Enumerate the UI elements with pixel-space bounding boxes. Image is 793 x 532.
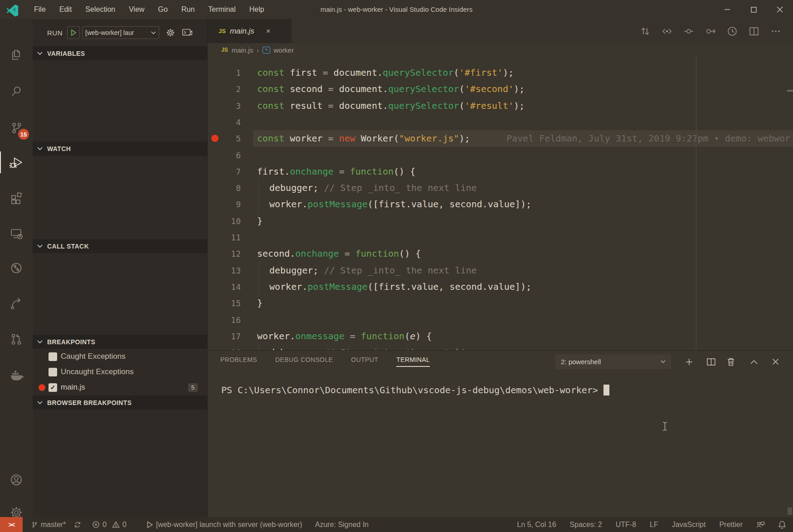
section-variables[interactable]: VARIABLES xyxy=(33,46,208,60)
open-changes-icon[interactable] xyxy=(656,25,678,37)
maximize-panel-icon[interactable] xyxy=(746,354,762,369)
breadcrumb[interactable]: JS main.js › ✎ worker xyxy=(208,43,793,57)
azure-status[interactable]: Azure: Signed In xyxy=(315,521,369,529)
breakpoint-caught-exceptions[interactable]: Caught Exceptions xyxy=(33,349,208,364)
indentation-status[interactable]: Spaces: 2 xyxy=(570,521,602,529)
close-window-button[interactable] xyxy=(767,0,793,19)
menu-go[interactable]: Go xyxy=(151,0,175,19)
extensions-icon[interactable] xyxy=(0,183,33,212)
line-number[interactable]: 17 xyxy=(208,328,241,345)
checkbox-unchecked[interactable] xyxy=(49,368,57,376)
menu-file[interactable]: File xyxy=(27,0,53,19)
panel-tab-problems[interactable]: PROBLEMS xyxy=(220,351,257,368)
live-share-icon[interactable] xyxy=(0,289,33,318)
menu-terminal[interactable]: Terminal xyxy=(201,0,242,19)
maximize-button[interactable] xyxy=(740,0,767,19)
breakpoint-uncaught-exceptions[interactable]: Uncaught Exceptions xyxy=(33,364,208,380)
line-number[interactable]: 6 xyxy=(208,147,241,164)
explorer-icon[interactable] xyxy=(0,41,33,70)
line-number[interactable]: 5 xyxy=(208,130,241,147)
pull-request-icon[interactable] xyxy=(0,325,33,354)
more-actions-icon[interactable] xyxy=(765,25,787,37)
encoding-status[interactable]: UTF-8 xyxy=(616,521,636,529)
chevron-down-icon xyxy=(37,340,43,344)
kill-terminal-trash-icon[interactable] xyxy=(723,354,739,369)
launch-config-dropdown[interactable]: [web-worker] laur xyxy=(82,26,159,39)
code-line-9: 9worker.postMessage([first.value, second… xyxy=(208,196,793,213)
menu-edit[interactable]: Edit xyxy=(53,0,79,19)
goto-commit-icon[interactable] xyxy=(700,25,721,37)
formatter-status[interactable]: Prettier xyxy=(719,521,743,529)
code-text: debugger; // Step _into_ the next line xyxy=(269,344,477,350)
checkbox-unchecked[interactable] xyxy=(49,352,57,361)
code-content[interactable]: 1const first = document.querySelector('#… xyxy=(208,64,793,350)
breakpoint-mainjs[interactable]: ✓ main.js 5 xyxy=(33,380,208,395)
tab-mainjs[interactable]: JS main.js × xyxy=(208,19,292,43)
line-number[interactable]: 7 xyxy=(208,163,241,180)
code-editor[interactable]: JS main.js × JS main.js › ✎ worker 1cons… xyxy=(208,19,793,350)
source-control-icon[interactable]: 15 xyxy=(0,113,33,142)
section-call-stack[interactable]: CALL STACK xyxy=(33,239,208,253)
line-number[interactable]: 11 xyxy=(208,229,241,246)
test-circle-icon[interactable] xyxy=(0,254,33,283)
line-number[interactable]: 16 xyxy=(208,312,241,328)
search-icon[interactable] xyxy=(0,77,33,106)
panel-tab-debug-console[interactable]: DEBUG CONSOLE xyxy=(275,351,333,368)
launch-status[interactable]: [web-worker] launch with server (web-wor… xyxy=(146,521,302,529)
panel-tab-terminal[interactable]: TERMINAL xyxy=(396,351,430,368)
line-number[interactable]: 10 xyxy=(208,213,241,229)
line-number[interactable]: 1 xyxy=(208,64,241,81)
menu-view[interactable]: View xyxy=(122,0,151,19)
breadcrumb-file[interactable]: main.js xyxy=(232,46,253,54)
timeline-icon[interactable] xyxy=(721,25,743,37)
section-watch[interactable]: WATCH xyxy=(33,142,208,156)
menu-selection[interactable]: Selection xyxy=(78,0,122,19)
line-number[interactable]: 18 xyxy=(208,344,241,350)
breadcrumb-symbol[interactable]: worker xyxy=(273,46,294,54)
menu-help[interactable]: Help xyxy=(243,0,271,19)
section-breakpoints[interactable]: BREAKPOINTS xyxy=(33,335,208,349)
split-terminal-icon[interactable] xyxy=(703,354,719,369)
git-branch-status[interactable]: master* xyxy=(31,521,66,529)
terminal-picker-dropdown[interactable]: 2: powershell xyxy=(555,354,671,369)
checkbox-checked[interactable]: ✓ xyxy=(49,383,57,392)
menu-run[interactable]: Run xyxy=(175,0,201,19)
line-number[interactable]: 9 xyxy=(208,196,241,213)
toggle-blame-icon[interactable] xyxy=(678,25,700,37)
line-number[interactable]: 3 xyxy=(208,98,241,114)
scrollbar-thumb[interactable] xyxy=(788,508,792,515)
line-number[interactable]: 2 xyxy=(208,81,241,98)
panel-tab-output[interactable]: OUTPUT xyxy=(351,351,378,368)
minimize-button[interactable] xyxy=(714,0,740,19)
line-number[interactable]: 14 xyxy=(208,278,241,295)
remote-indicator[interactable]: >< xyxy=(0,517,23,532)
line-number[interactable]: 4 xyxy=(208,114,241,131)
sync-status[interactable] xyxy=(74,521,84,528)
close-panel-icon[interactable] xyxy=(768,354,783,369)
code-text: worker.onmessage = function(e) { xyxy=(257,328,432,345)
terminal-output[interactable]: PS C:\Users\Connor\Documents\Github\vsco… xyxy=(221,384,609,396)
compare-changes-icon[interactable] xyxy=(634,25,656,37)
problems-status[interactable]: 0 0 xyxy=(92,521,126,529)
section-browser-breakpoints[interactable]: BROWSER BREAKPOINTS xyxy=(33,395,208,410)
line-number[interactable]: 12 xyxy=(208,245,241,262)
line-number[interactable]: 13 xyxy=(208,262,241,279)
line-number[interactable]: 8 xyxy=(208,180,241,196)
feedback-icon[interactable] xyxy=(756,521,765,528)
split-editor-icon[interactable] xyxy=(743,25,765,37)
close-tab-icon[interactable]: × xyxy=(266,27,271,36)
open-debug-console-icon[interactable] xyxy=(182,28,193,38)
start-debug-button[interactable] xyxy=(67,26,80,39)
remote-explorer-icon[interactable] xyxy=(0,219,33,248)
code-line-15: 15} xyxy=(208,295,793,312)
new-terminal-icon[interactable] xyxy=(681,354,697,369)
eol-status[interactable]: LF xyxy=(650,521,658,529)
docker-icon[interactable] xyxy=(0,360,33,389)
cursor-position-status[interactable]: Ln 5, Col 16 xyxy=(517,521,556,529)
account-icon[interactable] xyxy=(0,465,33,494)
debug-settings-gear-icon[interactable] xyxy=(165,28,175,38)
language-mode-status[interactable]: JavaScript xyxy=(672,521,706,529)
line-number[interactable]: 15 xyxy=(208,295,241,312)
run-and-debug-icon[interactable] xyxy=(0,148,33,177)
notifications-bell-icon[interactable] xyxy=(778,521,786,529)
